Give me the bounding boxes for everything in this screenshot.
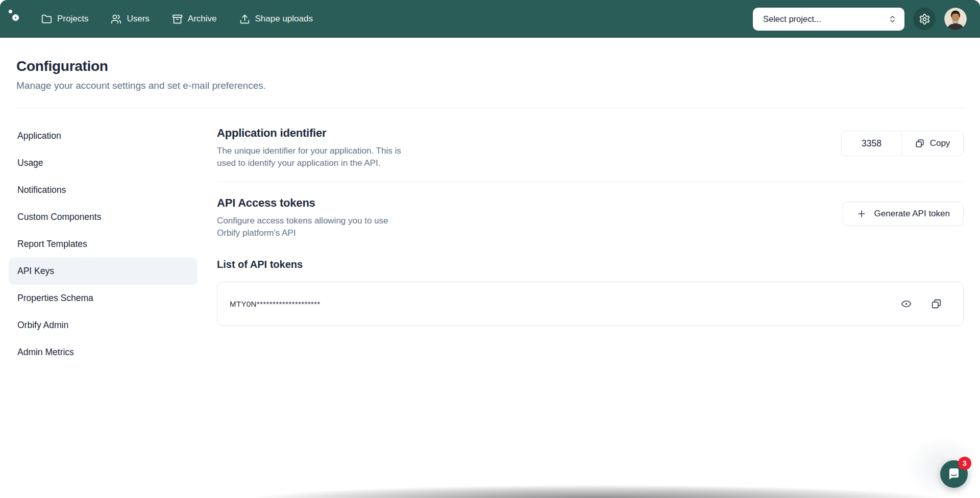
- sidebar-item-usage[interactable]: Usage: [9, 150, 198, 177]
- settings-sidebar: Application Usage Notifications Custom C…: [9, 122, 198, 366]
- application-id-value: 3358: [842, 131, 902, 156]
- logo-dot: [9, 10, 12, 13]
- application-identifier-section: Application identifier The unique identi…: [217, 127, 964, 169]
- copy-application-id-button[interactable]: Copy: [902, 131, 963, 156]
- nav-item-label: Projects: [57, 14, 88, 24]
- sidebar-item-custom-components[interactable]: Custom Components: [9, 204, 198, 231]
- folder-icon: [41, 14, 52, 24]
- copy-token-button[interactable]: [931, 298, 942, 309]
- section-title: Application identifier: [217, 127, 411, 140]
- sidebar-item-api-keys[interactable]: API Keys: [9, 258, 198, 285]
- api-access-tokens-section: API Access tokens Configure access token…: [217, 196, 964, 239]
- top-navigation: Projects Users Archive Shape uploads Sel…: [0, 0, 980, 38]
- orbify-logo[interactable]: [7, 0, 28, 38]
- nav-right-cluster: Select project...: [753, 8, 967, 31]
- configuration-page: Configuration Manage your account settin…: [0, 38, 980, 366]
- project-select[interactable]: Select project...: [753, 8, 904, 31]
- page-subtitle: Manage your account settings and set e-m…: [16, 80, 964, 91]
- chat-unread-badge: 3: [958, 457, 971, 470]
- sidebar-item-report-templates[interactable]: Report Templates: [9, 231, 198, 258]
- settings-button[interactable]: [913, 8, 936, 30]
- section-description: The unique identifier for your applicati…: [217, 145, 411, 169]
- application-id-group: 3358 Copy: [841, 131, 964, 156]
- chevrons-up-down-icon: [888, 15, 897, 23]
- sidebar-item-admin-metrics[interactable]: Admin Metrics: [9, 339, 198, 366]
- user-avatar[interactable]: [944, 8, 967, 30]
- section-title: API Access tokens: [217, 196, 407, 210]
- generate-api-token-button[interactable]: Generate API token: [843, 202, 964, 226]
- generate-button-label: Generate API token: [874, 209, 950, 219]
- nav-item-projects[interactable]: Projects: [41, 14, 88, 24]
- api-keys-panel: Application identifier The unique identi…: [217, 122, 964, 326]
- nav-item-label: Users: [127, 14, 149, 24]
- chat-bubble-icon: [947, 467, 961, 481]
- gear-icon: [919, 13, 930, 25]
- api-token-row: MTY0N********************: [217, 282, 964, 326]
- copy-button-label: Copy: [930, 138, 950, 148]
- copy-icon: [931, 298, 942, 309]
- nav-item-archive[interactable]: Archive: [172, 14, 217, 24]
- token-actions: [901, 298, 942, 309]
- upload-icon: [239, 14, 250, 24]
- nav-item-users[interactable]: Users: [111, 14, 149, 24]
- chat-launcher-button[interactable]: 3: [940, 460, 968, 488]
- reveal-token-button[interactable]: [901, 298, 912, 309]
- window-bottom-shadow: [0, 485, 980, 498]
- nav-item-shape-uploads[interactable]: Shape uploads: [239, 14, 313, 24]
- plus-icon: [856, 209, 867, 219]
- sidebar-item-notifications[interactable]: Notifications: [9, 177, 198, 204]
- token-list-title: List of API tokens: [217, 259, 964, 270]
- archive-icon: [172, 14, 183, 24]
- section-description: Configure access tokens allowing you to …: [217, 215, 407, 239]
- eye-icon: [901, 298, 912, 309]
- masked-token-value: MTY0N********************: [230, 300, 321, 308]
- users-icon: [111, 14, 121, 24]
- project-select-value: Select project...: [763, 14, 821, 24]
- avatar-image: [944, 8, 967, 30]
- page-title: Configuration: [16, 38, 964, 74]
- section-divider: [217, 182, 964, 182]
- sidebar-item-application[interactable]: Application: [9, 122, 198, 150]
- sidebar-item-properties-schema[interactable]: Properties Schema: [9, 285, 198, 312]
- nav-item-label: Archive: [188, 14, 217, 24]
- logo-ring: [12, 14, 19, 21]
- sidebar-item-orbify-admin[interactable]: Orbify Admin: [9, 312, 198, 339]
- nav-item-label: Shape uploads: [255, 14, 313, 24]
- copy-icon: [915, 139, 924, 148]
- primary-nav: Projects Users Archive Shape uploads: [41, 14, 313, 24]
